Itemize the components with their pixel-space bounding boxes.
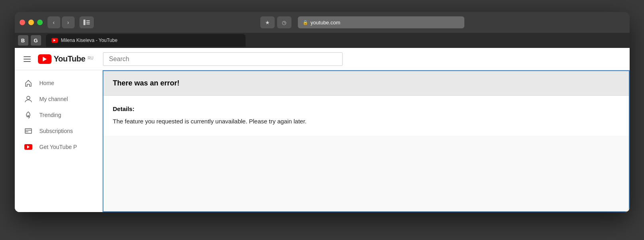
error-header: There was an error! xyxy=(103,71,629,96)
hamburger-button[interactable] xyxy=(21,54,33,64)
youtube-favicon xyxy=(52,38,58,43)
traffic-lights xyxy=(20,20,43,25)
forward-button[interactable]: › xyxy=(62,16,75,28)
youtube-logo-country: RU xyxy=(88,56,93,60)
svg-rect-3 xyxy=(86,24,90,24)
lock-icon: 🔒 xyxy=(303,20,308,25)
maximize-button[interactable] xyxy=(37,20,43,25)
search-input[interactable] xyxy=(103,52,343,66)
minimize-button[interactable] xyxy=(28,20,34,25)
youtube-main: Home My channel xyxy=(15,70,630,212)
sidebar-item-home[interactable]: Home xyxy=(15,75,103,91)
error-header-text: There was an error! xyxy=(113,79,180,87)
sidebar-item-get-youtube[interactable]: Get YouTube P xyxy=(15,139,103,155)
history-button[interactable]: ◷ xyxy=(277,16,291,28)
youtube-header: YouTube RU xyxy=(15,48,630,70)
tab-avatar-group: B G xyxy=(18,35,41,46)
tab-title: Milena Kiseleva - YouTube xyxy=(61,38,118,43)
nav-buttons: ‹ › xyxy=(48,16,75,28)
error-body: Details: The feature you requested is cu… xyxy=(103,96,629,136)
sidebar-mychannel-label: My channel xyxy=(40,96,68,102)
sidebar-home-label: Home xyxy=(40,80,54,86)
hamburger-line-1 xyxy=(24,56,31,57)
svg-rect-0 xyxy=(83,20,85,25)
address-bar[interactable]: 🔒 youtube.com xyxy=(298,16,464,28)
youtube-sidebar: Home My channel xyxy=(15,70,103,212)
youtube-content-area: There was an error! Details: The feature… xyxy=(103,70,630,212)
error-message: The feature you requested is currently u… xyxy=(113,117,619,126)
flame-icon xyxy=(24,111,32,119)
title-bar: ‹ › ★ ◷ 🔒 youtube.com xyxy=(15,12,630,33)
active-tab[interactable]: Milena Kiseleva - YouTube xyxy=(46,34,246,47)
sidebar-item-my-channel[interactable]: My channel xyxy=(15,91,103,107)
avatar-b[interactable]: B xyxy=(18,35,28,46)
sidebar-item-trending[interactable]: Trending xyxy=(15,107,103,123)
svg-rect-5 xyxy=(25,129,32,133)
url-text: youtube.com xyxy=(311,20,340,26)
page-content: YouTube RU Home xyxy=(15,48,630,212)
youtube-red-icon xyxy=(24,143,32,151)
youtube-logo[interactable]: YouTube RU xyxy=(38,54,94,64)
sidebar-trending-label: Trending xyxy=(40,112,61,118)
hamburger-line-2 xyxy=(24,59,31,60)
hamburger-line-3 xyxy=(24,61,31,62)
subscriptions-icon xyxy=(24,127,32,135)
back-button[interactable]: ‹ xyxy=(48,16,60,28)
sidebar-toggle-button[interactable] xyxy=(79,16,94,28)
sidebar-getyoutube-label: Get YouTube P xyxy=(40,144,77,150)
error-details-label: Details: xyxy=(113,105,619,112)
tab-bar: B G Milena Kiseleva - YouTube xyxy=(15,33,630,48)
youtube-page: YouTube RU Home xyxy=(15,48,630,212)
close-button[interactable] xyxy=(20,20,25,25)
sidebar-item-subscriptions[interactable]: Subscriptions xyxy=(15,123,103,139)
home-icon xyxy=(24,79,32,87)
error-container: There was an error! Details: The feature… xyxy=(103,71,629,136)
person-icon xyxy=(24,95,32,103)
svg-rect-2 xyxy=(86,22,90,23)
svg-rect-1 xyxy=(86,20,90,21)
youtube-logo-icon xyxy=(38,54,52,64)
bookmark-button[interactable]: ★ xyxy=(260,16,275,28)
youtube-logo-text: YouTube xyxy=(54,54,85,63)
toolbar-buttons: ★ ◷ xyxy=(260,16,291,28)
browser-window: ‹ › ★ ◷ 🔒 youtube.com B G xyxy=(15,12,630,212)
sidebar-toggle-icon xyxy=(83,20,90,25)
sidebar-subscriptions-label: Subscriptions xyxy=(40,128,73,134)
avatar-g[interactable]: G xyxy=(31,35,41,46)
svg-point-4 xyxy=(27,96,30,99)
